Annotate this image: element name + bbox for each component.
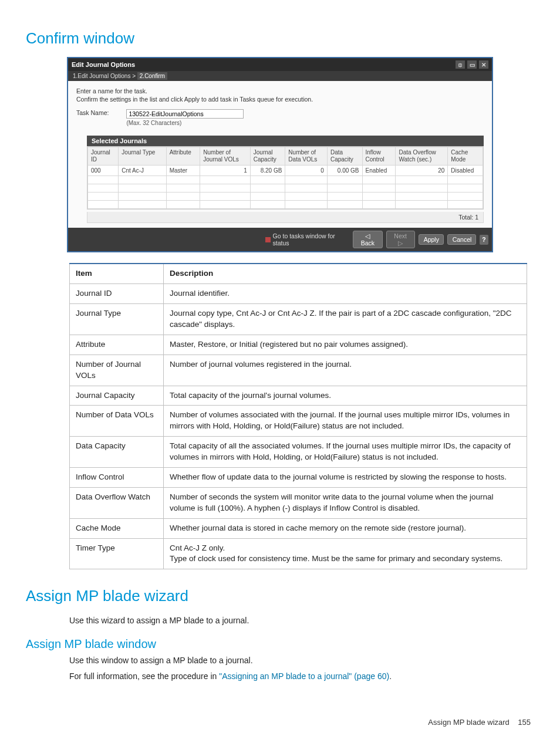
table-row[interactable]: 000 Cnt Ac-J Master 1 8.20 GB 0 0.00 GB … — [88, 166, 483, 176]
cell-data-capacity: 0.00 GB — [327, 166, 362, 176]
back-button[interactable]: ◁ Back — [353, 231, 383, 248]
table-row — [88, 184, 483, 193]
cell-num-journal-vols: 1 — [200, 166, 251, 176]
table-row: Journal TypeJournal copy type, Cnt Ac-J … — [70, 304, 527, 335]
cell-num-data-vols: 0 — [285, 166, 328, 176]
footer-page-number: 155 — [518, 718, 531, 727]
table-row: Data Overflow WatchNumber of seconds the… — [70, 487, 527, 518]
instr-line-2: Confirm the settings in the list and cli… — [76, 95, 484, 103]
paragraph-text: For full information, see the procedure … — [69, 671, 219, 681]
selected-journals-header: Selected Journals — [87, 136, 484, 146]
col-description: Description — [164, 264, 527, 283]
dialog-body: Enter a name for the task. Confirm the s… — [68, 81, 492, 228]
cell-item: Journal Capacity — [70, 386, 164, 406]
cell-item: Inflow Control — [70, 468, 164, 488]
cell-description: Number of volumes associated with the jo… — [164, 406, 527, 437]
cell-item: Cache Mode — [70, 518, 164, 538]
dialog-titlebar: Edit Journal Options ⎅ ▭ ✕ — [68, 58, 492, 71]
selected-journals-table: JournalID Journal Type Attribute Number … — [87, 147, 483, 209]
col-journal-capacity: JournalCapacity — [250, 147, 285, 166]
footer-section-name: Assign MP blade wizard — [428, 718, 510, 727]
close-icon[interactable]: ✕ — [479, 60, 488, 69]
cell-item: Attribute — [70, 335, 164, 355]
task-name-label: Task Name: — [76, 109, 109, 116]
col-data-overflow-watch: Data OverflowWatch (sec.) — [396, 147, 448, 166]
description-table: Item Description Journal IDJournal ident… — [69, 263, 527, 569]
description-table-wrap: Item Description Journal IDJournal ident… — [69, 263, 534, 569]
col-cache-mode: CacheMode — [448, 147, 483, 166]
col-attribute: Attribute — [166, 147, 200, 166]
cell-cache-mode: Disabled — [448, 166, 483, 176]
cell-description: Journal identifier. — [164, 284, 527, 304]
table-row: Number of Data VOLsNumber of volumes ass… — [70, 406, 527, 437]
dialog-title: Edit Journal Options — [72, 61, 135, 68]
table-row: Journal IDJournal identifier. — [70, 284, 527, 304]
col-num-data-vols: Number ofData VOLs — [285, 147, 328, 166]
cell-description: Journal copy type, Cnt Ac-J or Cnt Ac-J … — [164, 304, 527, 335]
table-row: Inflow ControlWhether flow of update dat… — [70, 468, 527, 488]
restore-icon[interactable]: ▭ — [467, 60, 477, 69]
next-button: Next ▷ — [386, 231, 415, 248]
task-name-row: Task Name: (Max. 32 Characters) — [76, 109, 484, 126]
paragraph: Use this window to assign a MP blade to … — [69, 654, 534, 667]
table-row — [88, 176, 483, 184]
apply-button[interactable]: Apply — [419, 234, 444, 245]
cell-description: Total capacity of all the associated vol… — [164, 437, 527, 468]
paragraph: Use this wizard to assign a MP blade to … — [69, 615, 534, 627]
col-journal-type: Journal Type — [119, 147, 166, 166]
cell-item: Number of Journal VOLs — [70, 355, 164, 386]
table-row: Number of Journal VOLsNumber of journal … — [70, 355, 527, 386]
table-row — [88, 201, 483, 209]
table-row — [88, 193, 483, 201]
paragraph-text: . — [389, 671, 392, 681]
edit-journal-options-dialog: Edit Journal Options ⎅ ▭ ✕ 1.Edit Journa… — [67, 57, 493, 252]
cell-journal-id: 000 — [88, 166, 119, 176]
cell-item: Journal Type — [70, 304, 164, 335]
cell-attribute: Master — [166, 166, 200, 176]
table-row: Timer TypeCnt Ac-J Z only.Type of clock … — [70, 538, 527, 569]
table-total: Total: 1 — [87, 212, 484, 223]
task-name-input[interactable] — [126, 109, 244, 119]
wizard-step-1[interactable]: 1.Edit Journal Options — [73, 73, 130, 79]
paragraph: For full information, see the procedure … — [69, 670, 534, 683]
selected-journals-table-wrap: JournalID Journal Type Attribute Number … — [87, 146, 484, 210]
table-row: Cache ModeWhether journal data is stored… — [70, 518, 527, 538]
cell-description: Number of journal volumes registered in … — [164, 355, 527, 386]
cell-inflow-control: Enabled — [362, 166, 396, 176]
col-item: Item — [70, 264, 164, 283]
help-button[interactable]: ? — [480, 235, 488, 245]
wizard-step-2: 2.Confirm — [137, 72, 167, 80]
cell-item: Number of Data VOLs — [70, 406, 164, 437]
cell-description: Master, Restore, or Initial (registered … — [164, 335, 527, 355]
cell-journal-type: Cnt Ac-J — [119, 166, 166, 176]
table-row: Journal CapacityTotal capacity of the jo… — [70, 386, 527, 406]
cell-description: Whether journal data is stored in cache … — [164, 518, 527, 538]
page-footer: Assign MP blade wizard 155 — [26, 718, 534, 727]
col-data-capacity: DataCapacity — [327, 147, 362, 166]
cell-journal-capacity: 8.20 GB — [250, 166, 285, 176]
wizard-steps: 1.Edit Journal Options > 2.Confirm — [68, 71, 492, 81]
table-row: AttributeMaster, Restore, or Initial (re… — [70, 335, 527, 355]
col-num-journal-vols: Number ofJournal VOLs — [200, 147, 251, 166]
cross-reference-link[interactable]: "Assigning an MP blade to a journal" (pa… — [219, 671, 389, 681]
status-text: Go to tasks window for status — [273, 232, 349, 247]
heading-confirm-window: Confirm window — [26, 29, 534, 48]
task-name-hint: (Max. 32 Characters) — [126, 120, 244, 126]
col-inflow-control: InflowControl — [362, 147, 396, 166]
cell-item: Data Overflow Watch — [70, 487, 164, 518]
instr-line-1: Enter a name for the task. — [76, 87, 484, 95]
wizard-step-sep: > — [132, 73, 136, 79]
cell-description: Whether flow of update data to the journ… — [164, 468, 527, 488]
dialog-instructions: Enter a name for the task. Confirm the s… — [76, 87, 484, 103]
cell-item: Timer Type — [70, 538, 164, 569]
heading-assign-mp-blade-window: Assign MP blade window — [26, 637, 534, 651]
status-icon — [265, 237, 271, 242]
status-link[interactable]: Go to tasks window for status — [265, 232, 349, 247]
cell-description: Total capacity of the journal's journal … — [164, 386, 527, 406]
cancel-button[interactable]: Cancel — [447, 234, 476, 245]
dialog-footer: Go to tasks window for status ◁ Back Nex… — [68, 228, 492, 251]
table-row: Data CapacityTotal capacity of all the a… — [70, 437, 527, 468]
heading-assign-mp-blade-wizard: Assign MP blade wizard — [26, 587, 534, 605]
filter-icon[interactable]: ⎅ — [456, 60, 465, 69]
cell-item: Data Capacity — [70, 437, 164, 468]
